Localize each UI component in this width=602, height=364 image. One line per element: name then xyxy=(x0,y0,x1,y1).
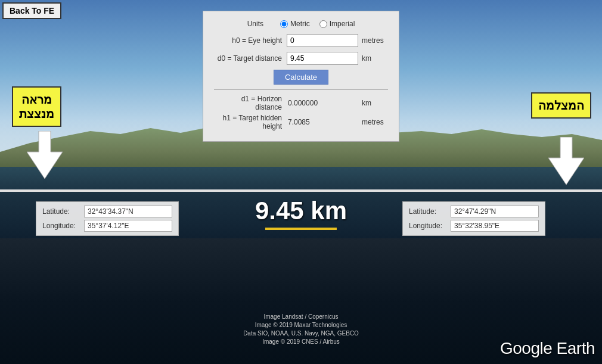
left-lon-row: Longitude: 35°37'4.12"E xyxy=(42,220,172,232)
left-hebrew-label: מראהמנצצת xyxy=(12,86,61,127)
attribution-line4: Image © 2019 CNES / Airbus xyxy=(243,338,359,346)
h1-row: h1 = Target hidden height 7.0085 metres xyxy=(214,114,388,130)
imperial-option[interactable]: Imperial xyxy=(319,20,355,28)
attribution: Image Landsat / Copernicus Image © 2019 … xyxy=(243,313,359,346)
right-lat-value: 32°47'4.29"N xyxy=(451,206,539,217)
calculate-button[interactable]: Calculate xyxy=(274,70,328,85)
units-row: Units Metric Imperial xyxy=(214,20,388,28)
google-earth-branding: Google Earth xyxy=(500,339,595,358)
left-arrow xyxy=(27,131,63,179)
d0-row: d0 = Target distance km xyxy=(214,52,388,65)
d0-label: d0 = Target distance xyxy=(214,54,287,63)
google-earth-label: Google Earth xyxy=(500,339,595,357)
h0-row: h0 = Eye height metres xyxy=(214,34,388,47)
distance-value: 9.45 km xyxy=(255,197,347,225)
distance-display: 9.45 km xyxy=(255,197,347,230)
metric-label: Metric xyxy=(290,20,310,28)
imperial-label: Imperial xyxy=(330,20,355,28)
d1-row: d1 = Horizon distance 0.000000 km xyxy=(214,95,388,111)
metric-radio[interactable] xyxy=(280,20,288,28)
calculator-panel: Units Metric Imperial h0 = Eye height me… xyxy=(203,11,399,142)
calculate-btn-row: Calculate xyxy=(214,70,388,85)
right-arrow xyxy=(548,137,584,185)
d1-unit: km xyxy=(358,99,388,107)
svg-marker-0 xyxy=(27,131,63,179)
right-hebrew-label: המצלמה xyxy=(531,92,591,119)
attribution-line1: Image Landsat / Copernicus xyxy=(243,313,359,321)
measurement-line xyxy=(0,189,602,192)
right-lon-label: Longitude: xyxy=(409,222,451,230)
back-button[interactable]: Back To FE xyxy=(2,2,61,19)
right-lon-row: Longitude: 35°32'38.95"E xyxy=(409,220,539,232)
left-lon-value: 35°37'4.12"E xyxy=(84,220,172,232)
distance-underline xyxy=(265,228,337,230)
right-lat-row: Latitude: 32°47'4.29"N xyxy=(409,206,539,217)
h0-input[interactable] xyxy=(287,34,358,47)
attribution-line2: Image © 2019 Maxar Technologies xyxy=(243,321,359,329)
d0-unit: km xyxy=(358,54,388,63)
left-coord-box: Latitude: 32°43'34.37"N Longitude: 35°37… xyxy=(36,201,179,236)
right-coord-box: Latitude: 32°47'4.29"N Longitude: 35°32'… xyxy=(402,201,545,236)
d0-input[interactable] xyxy=(287,52,358,65)
d1-label: d1 = Horizon distance xyxy=(214,95,287,111)
right-lon-value: 35°32'38.95"E xyxy=(451,220,539,232)
left-lon-label: Longitude: xyxy=(42,222,84,230)
left-lat-row: Latitude: 32°43'34.37"N xyxy=(42,206,172,217)
metric-option[interactable]: Metric xyxy=(280,20,310,28)
left-lat-value: 32°43'34.37"N xyxy=(84,206,172,217)
h1-value: 7.0085 xyxy=(287,118,358,126)
h0-unit: metres xyxy=(358,36,388,45)
imperial-radio[interactable] xyxy=(319,20,327,28)
right-lat-label: Latitude: xyxy=(409,207,451,216)
h1-label: h1 = Target hidden height xyxy=(214,114,287,130)
left-lat-label: Latitude: xyxy=(42,207,84,216)
d1-value: 0.000000 xyxy=(287,99,358,107)
units-label: Units xyxy=(247,20,263,28)
attribution-line3: Data SIO, NOAA, U.S. Navy, NGA, GEBCO xyxy=(243,329,359,338)
divider xyxy=(214,89,388,90)
svg-marker-1 xyxy=(548,137,584,185)
h1-unit: metres xyxy=(358,118,388,126)
h0-label: h0 = Eye height xyxy=(214,36,287,45)
